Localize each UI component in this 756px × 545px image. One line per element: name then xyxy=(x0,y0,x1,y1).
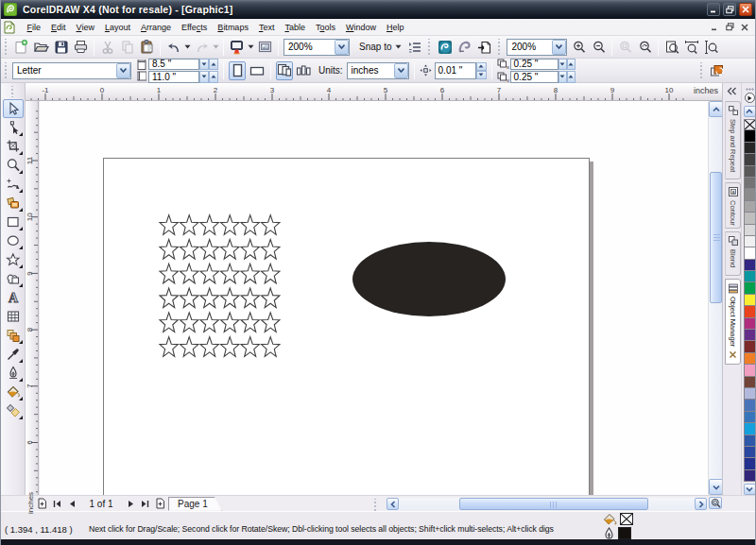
color-swatch-f07e26[interactable] xyxy=(744,353,756,365)
color-swatch-332579[interactable] xyxy=(744,470,756,482)
color-swatch-f29ec0[interactable] xyxy=(744,365,756,376)
toolbar-grip[interactable] xyxy=(496,39,503,56)
zoom-to-all-objects-button[interactable] xyxy=(635,38,655,57)
toolbar-grip[interactable] xyxy=(426,39,433,56)
blend-tool[interactable] xyxy=(3,326,24,345)
drawing-canvas[interactable] xyxy=(40,101,708,495)
color-swatch-262626[interactable] xyxy=(744,143,756,154)
color-swatch-2e58a8[interactable] xyxy=(744,435,756,447)
crop-tool[interactable] xyxy=(3,137,24,156)
color-swatch-7c2b2a[interactable] xyxy=(744,341,756,352)
undo-dropdown[interactable] xyxy=(183,38,192,57)
color-swatch-2b48a0[interactable] xyxy=(744,447,756,458)
color-swatch-d9d9d9[interactable] xyxy=(744,225,756,236)
color-swatch-737373[interactable] xyxy=(744,178,756,189)
zoom-to-page-button[interactable] xyxy=(662,38,681,57)
portrait-button[interactable] xyxy=(229,61,246,80)
vscroll-down-button[interactable] xyxy=(709,479,723,495)
menu-view[interactable]: View xyxy=(71,21,99,34)
menu-help[interactable]: Help xyxy=(381,21,409,34)
docker-tab-blend[interactable]: Blend xyxy=(725,231,741,276)
duplicate-y-spin-down[interactable] xyxy=(558,71,567,83)
menu-file[interactable]: File xyxy=(22,21,46,34)
title-bar[interactable]: CorelDRAW X4 (Not for resale) - [Graphic… xyxy=(1,0,755,19)
cut-button[interactable] xyxy=(97,38,117,57)
new-document-button[interactable] xyxy=(11,38,31,57)
outline-color-indicator[interactable] xyxy=(618,527,631,539)
palette-grip[interactable] xyxy=(746,88,754,91)
duplicate-x-field[interactable]: 0.25 " xyxy=(510,59,558,71)
menu-effects[interactable]: Effects xyxy=(176,21,212,34)
color-swatch-e8421e[interactable] xyxy=(744,306,756,317)
paper-type-combo[interactable]: Letter xyxy=(12,62,131,79)
collapse-dockers-icon[interactable] xyxy=(727,87,737,95)
palette-flyout-button[interactable] xyxy=(745,93,755,103)
import-dropdown[interactable] xyxy=(247,38,255,57)
previous-page-button[interactable] xyxy=(65,498,77,510)
snap-to-label[interactable]: Snap to xyxy=(359,42,391,52)
landscape-button[interactable] xyxy=(249,61,266,80)
color-swatch-f9ee32[interactable] xyxy=(744,295,756,306)
docker-tab-contour[interactable]: aContour xyxy=(725,182,741,229)
open-button[interactable] xyxy=(31,38,51,57)
duplicate-y-spin-up[interactable] xyxy=(567,71,576,83)
fill-tool[interactable] xyxy=(3,383,24,401)
hscroll-thumb[interactable] xyxy=(459,498,648,510)
units-combo[interactable]: inches xyxy=(347,62,409,79)
palette-scroll-down-button[interactable] xyxy=(744,484,756,495)
color-swatch-404040[interactable] xyxy=(744,154,756,165)
color-swatch-642e88[interactable] xyxy=(744,330,756,341)
zoom-toolbar-combo-arrow[interactable] xyxy=(552,40,566,55)
color-swatch-4a74b8[interactable] xyxy=(744,400,756,411)
options-button[interactable] xyxy=(404,38,424,57)
rectangle-tool[interactable] xyxy=(3,213,24,231)
styles-button[interactable] xyxy=(707,61,727,80)
next-page-button[interactable] xyxy=(125,498,137,510)
no-color-swatch[interactable] xyxy=(744,119,756,130)
launch-button[interactable] xyxy=(474,38,494,57)
hscroll-right-button[interactable] xyxy=(695,498,707,510)
fill-color-indicator[interactable] xyxy=(620,513,633,525)
horizontal-scrollbar[interactable] xyxy=(387,498,707,510)
star-grid-object[interactable] xyxy=(158,213,286,368)
color-swatch-23308e[interactable] xyxy=(744,458,756,469)
paper-type-combo-arrow[interactable] xyxy=(116,63,130,78)
color-swatch-ffffff[interactable] xyxy=(744,247,756,259)
toolbox-grip[interactable] xyxy=(9,86,16,97)
vscroll-up-button[interactable] xyxy=(709,101,723,117)
export-button[interactable] xyxy=(255,38,275,57)
snap-to-dropdown[interactable] xyxy=(391,38,404,57)
color-swatch-000000[interactable] xyxy=(744,130,756,142)
close-docker-icon[interactable] xyxy=(729,350,737,359)
docker-tab-object-manager[interactable]: Object Manager xyxy=(725,279,741,365)
zoom-in-button[interactable] xyxy=(569,38,589,57)
duplicate-y-field[interactable]: 0.25 " xyxy=(510,71,558,83)
page-tab[interactable]: Page 1 xyxy=(168,497,222,511)
palette-scroll-up-button[interactable] xyxy=(744,106,756,117)
shape-tool[interactable] xyxy=(3,118,24,137)
vertical-scrollbar[interactable] xyxy=(708,101,722,495)
print-button[interactable] xyxy=(71,38,91,57)
mdi-restore-button[interactable] xyxy=(723,21,736,33)
propbar-grip[interactable] xyxy=(698,62,705,79)
menu-edit[interactable]: Edit xyxy=(46,21,72,34)
color-swatch-f0f0f0[interactable] xyxy=(744,236,756,247)
duplicate-x-spin-down[interactable] xyxy=(558,59,567,71)
menu-table[interactable]: Table xyxy=(280,21,311,34)
add-page-end-button[interactable] xyxy=(154,498,166,510)
vscroll-thumb[interactable] xyxy=(710,172,722,303)
mdi-minimize-button[interactable] xyxy=(708,21,721,33)
save-button[interactable] xyxy=(51,38,71,57)
interactive-fill-tool[interactable] xyxy=(3,401,24,420)
navigator-button[interactable] xyxy=(709,497,722,509)
eyedropper-tool[interactable] xyxy=(3,345,24,364)
zoom-tool[interactable] xyxy=(3,156,24,175)
paper-width-spin-up[interactable] xyxy=(209,59,218,71)
single-page-button[interactable] xyxy=(295,61,312,80)
paste-button[interactable] xyxy=(137,38,157,57)
color-swatch-595959[interactable] xyxy=(744,166,756,178)
polygon-tool[interactable] xyxy=(3,250,24,269)
ellipse-tool[interactable] xyxy=(3,231,24,250)
outline-pen-tool[interactable] xyxy=(3,364,24,383)
toolbar-grip[interactable] xyxy=(3,39,9,56)
